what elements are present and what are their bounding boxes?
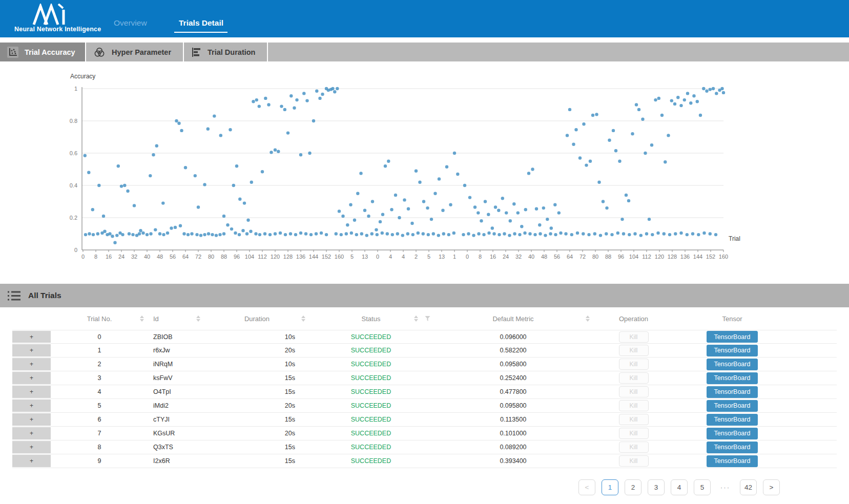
kill-button[interactable]: Kill <box>619 345 649 356</box>
scatter-point[interactable] <box>503 232 506 235</box>
scatter-point[interactable] <box>578 156 582 159</box>
scatter-point[interactable] <box>587 233 590 236</box>
expand-row-button[interactable]: + <box>12 400 51 412</box>
scatter-point[interactable] <box>238 198 241 201</box>
scatter-point[interactable] <box>533 233 536 236</box>
scatter-point[interactable] <box>664 160 667 163</box>
scatter-point[interactable] <box>184 166 187 169</box>
scatter-point[interactable] <box>238 233 241 236</box>
scatter-point[interactable] <box>267 103 270 106</box>
scatter-point[interactable] <box>622 232 625 235</box>
expand-row-button[interactable]: + <box>12 441 51 453</box>
scatter-point[interactable] <box>149 232 152 235</box>
kill-button[interactable]: Kill <box>619 331 649 343</box>
column-header-trial-no[interactable]: Trial No. <box>51 315 148 323</box>
kill-button[interactable]: Kill <box>619 428 649 439</box>
kill-button[interactable]: Kill <box>619 414 649 425</box>
scatter-point[interactable] <box>353 219 356 222</box>
scatter-point[interactable] <box>213 114 216 117</box>
scatter-point[interactable] <box>133 204 136 207</box>
kill-button[interactable]: Kill <box>619 372 649 384</box>
scatter-point[interactable] <box>574 128 577 131</box>
scatter-point[interactable] <box>396 232 399 235</box>
scatter-point[interactable] <box>174 226 177 229</box>
scatter-point[interactable] <box>261 170 264 173</box>
scatter-point[interactable] <box>312 119 315 122</box>
scatter-point[interactable] <box>270 151 273 154</box>
scatter-point[interactable] <box>305 99 308 102</box>
nav-tab-overview[interactable]: Overview <box>114 18 147 28</box>
scatter-point[interactable] <box>705 90 708 93</box>
scatter-point[interactable] <box>712 87 715 90</box>
expand-row-button[interactable]: + <box>12 344 51 356</box>
scatter-point[interactable] <box>394 194 397 197</box>
scatter-point[interactable] <box>512 202 515 205</box>
expand-row-button[interactable]: + <box>12 386 51 398</box>
scatter-point[interactable] <box>639 234 643 237</box>
sort-icon[interactable] <box>586 316 590 322</box>
scatter-point[interactable] <box>691 232 694 235</box>
scatter-point[interactable] <box>509 219 512 222</box>
scatter-point[interactable] <box>84 154 87 157</box>
scatter-point[interactable] <box>283 108 286 111</box>
column-header-id[interactable]: Id <box>148 315 204 323</box>
scatter-point[interactable] <box>654 98 657 101</box>
scatter-point[interactable] <box>568 108 571 111</box>
scatter-point[interactable] <box>508 234 511 237</box>
scatter-point[interactable] <box>683 98 686 101</box>
scatter-point[interactable] <box>131 233 134 236</box>
scatter-point[interactable] <box>535 207 538 211</box>
scatter-point[interactable] <box>96 232 99 235</box>
scatter-point[interactable] <box>513 232 516 235</box>
expand-row-button[interactable]: + <box>12 413 51 426</box>
scatter-point[interactable] <box>591 114 594 117</box>
scatter-point[interactable] <box>599 234 602 237</box>
scatter-point[interactable] <box>115 234 118 237</box>
scatter-point[interactable] <box>235 164 238 167</box>
scatter-point[interactable] <box>149 174 152 177</box>
scatter-point[interactable] <box>553 203 556 206</box>
scatter-point[interactable] <box>605 206 608 209</box>
scatter-point[interactable] <box>702 232 706 235</box>
scatter-point[interactable] <box>576 232 579 235</box>
scatter-point[interactable] <box>709 232 712 235</box>
scatter-point[interactable] <box>453 152 456 155</box>
scatter-point[interactable] <box>497 209 500 212</box>
scatter-point[interactable] <box>197 205 200 208</box>
expand-row-button[interactable]: + <box>12 358 51 370</box>
scatter-point[interactable] <box>452 232 455 235</box>
scatter-point[interactable] <box>226 223 229 226</box>
kill-button[interactable]: Kill <box>619 386 649 397</box>
scatter-point[interactable] <box>531 167 534 171</box>
scatter-point[interactable] <box>376 233 379 236</box>
scatter-point[interactable] <box>190 232 193 235</box>
scatter-point[interactable] <box>473 205 477 208</box>
kill-button[interactable]: Kill <box>619 442 649 453</box>
scatter-point[interactable] <box>539 232 542 235</box>
scatter-point[interactable] <box>722 91 725 94</box>
scatter-point[interactable] <box>657 97 660 100</box>
scatter-point[interactable] <box>264 97 267 100</box>
scatter-point[interactable] <box>320 232 323 235</box>
scatter-point[interactable] <box>232 184 235 187</box>
scatter-point[interactable] <box>113 241 116 244</box>
scatter-point[interactable] <box>321 93 324 96</box>
expand-row-button[interactable]: + <box>12 455 51 467</box>
scatter-point[interactable] <box>102 215 105 218</box>
scatter-point[interactable] <box>363 209 366 212</box>
tab-hyper-parameter[interactable]: Hyper Parameter <box>86 43 183 61</box>
scatter-point[interactable] <box>618 160 621 163</box>
sort-icon[interactable] <box>414 316 418 322</box>
scatter-point[interactable] <box>527 172 530 175</box>
scatter-point[interactable] <box>279 232 282 235</box>
scatter-point[interactable] <box>401 234 404 237</box>
scatter-point[interactable] <box>418 181 421 184</box>
expand-row-button[interactable]: + <box>12 331 51 343</box>
scatter-point[interactable] <box>309 233 313 236</box>
scatter-point[interactable] <box>284 233 287 236</box>
scatter-point[interactable] <box>650 143 653 146</box>
scatter-point[interactable] <box>631 132 634 135</box>
scatter-point[interactable] <box>447 233 450 236</box>
scatter-point[interactable] <box>229 128 232 131</box>
scatter-point[interactable] <box>289 94 293 97</box>
